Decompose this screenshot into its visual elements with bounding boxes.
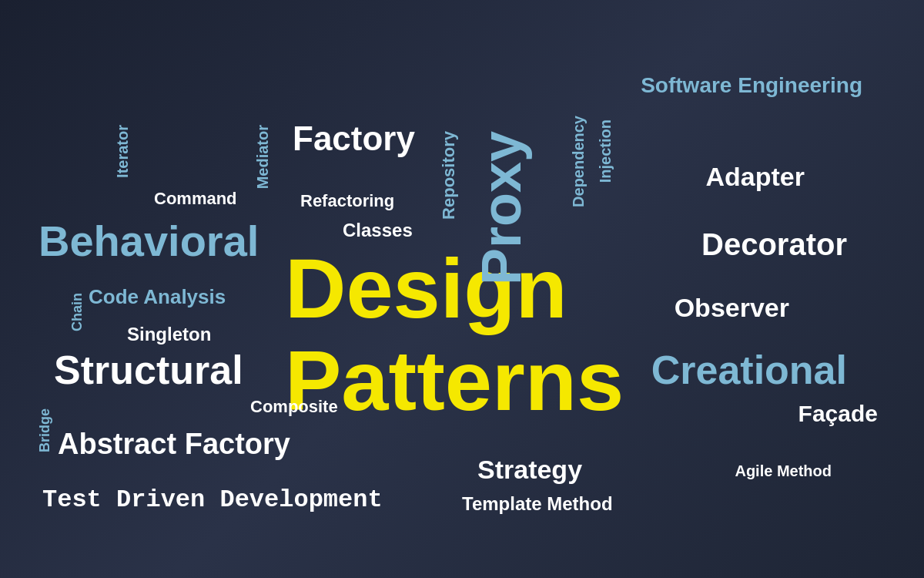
word-cloud-container: Design Patterns Software Engineering Beh… [0, 0, 924, 578]
word-template-method: Template Method [462, 493, 613, 515]
word-command: Command [154, 189, 237, 209]
word-behavioral: Behavioral [38, 216, 259, 266]
word-test-driven-development: Test Driven Development [42, 486, 383, 514]
word-strategy: Strategy [477, 455, 582, 485]
word-repository: Repository [439, 131, 459, 220]
word-facade: Façade [798, 401, 878, 427]
word-singleton: Singleton [127, 324, 211, 345]
word-mediator: Mediator [254, 125, 272, 189]
word-refactoring: Refactoring [300, 191, 394, 211]
word-abstract-factory: Abstract Factory [58, 428, 290, 461]
word-decorator: Decorator [701, 227, 847, 262]
word-creational: Creational [651, 347, 847, 393]
word-iterator: Iterator [114, 125, 132, 178]
word-classes: Classes [343, 220, 413, 241]
word-bridge: Bridge [37, 408, 53, 452]
word-adapter: Adapter [706, 162, 805, 192]
word-dependency: Dependency [570, 116, 588, 207]
word-software-engineering: Software Engineering [641, 73, 862, 98]
word-structural: Structural [54, 347, 243, 393]
word-injection: Injection [597, 119, 614, 183]
word-observer: Observer [675, 293, 789, 323]
word-factory: Factory [293, 119, 415, 158]
word-chain: Chain [69, 293, 85, 331]
word-agile-method: Agile Method [735, 462, 832, 480]
word-code-analysis: Code Analysis [89, 285, 226, 309]
word-proxy: Proxy [470, 131, 533, 285]
word-composite: Composite [250, 397, 338, 417]
